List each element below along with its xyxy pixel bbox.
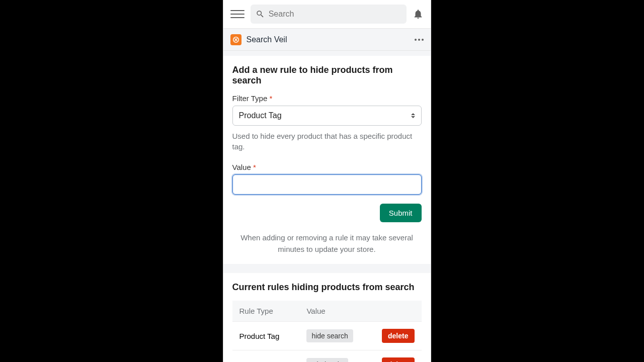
filter-type-label: Filter Type *	[232, 94, 422, 103]
app-icon	[230, 34, 242, 45]
form-note: When adding or removing a rule it may ta…	[232, 232, 422, 255]
current-rules-heading: Current rules hiding products from searc…	[232, 282, 422, 293]
delete-button[interactable]: delete	[382, 357, 414, 362]
app-name: Search Veil	[247, 35, 287, 44]
delete-button[interactable]: delete	[382, 329, 414, 343]
table-row: Product Tag hide search delete	[232, 322, 422, 350]
menu-icon[interactable]	[230, 7, 245, 21]
rule-value-pill: hide search	[306, 329, 353, 342]
rules-table: Rule Type Value Product Tag hide search …	[232, 301, 422, 362]
value-input-wrap	[232, 174, 422, 195]
rule-type-cell: Product Tag	[232, 350, 300, 363]
submit-button[interactable]: Submit	[380, 204, 422, 222]
value-label: Value *	[232, 163, 422, 171]
col-rule-type: Rule Type	[232, 301, 300, 322]
more-icon[interactable]	[415, 39, 424, 41]
top-bar	[223, 0, 431, 29]
filter-type-select[interactable]: Product Tag	[232, 106, 422, 126]
filter-type-value: Product Tag	[239, 111, 282, 120]
table-row: Product Tag wholesale delete	[232, 350, 422, 363]
search-icon	[256, 9, 265, 19]
value-input[interactable]	[233, 175, 421, 194]
app-header: Search Veil	[223, 29, 431, 51]
add-rule-card: Add a new rule to hide products from sea…	[223, 56, 431, 264]
filter-type-help: Used to hide every product that has a sp…	[232, 131, 422, 152]
search-input[interactable]	[269, 10, 401, 19]
notifications-icon[interactable]	[413, 9, 424, 20]
col-value: Value	[299, 301, 375, 322]
select-caret-icon	[411, 112, 416, 119]
add-rule-heading: Add a new rule to hide products from sea…	[232, 65, 422, 86]
rule-value-pill: wholesale	[306, 358, 348, 362]
search-box[interactable]	[251, 5, 407, 24]
rule-type-cell: Product Tag	[232, 322, 300, 350]
current-rules-card: Current rules hiding products from searc…	[223, 273, 431, 362]
app-viewport: Search Veil Add a new rule to hide produ…	[223, 0, 431, 362]
col-action	[375, 301, 421, 322]
